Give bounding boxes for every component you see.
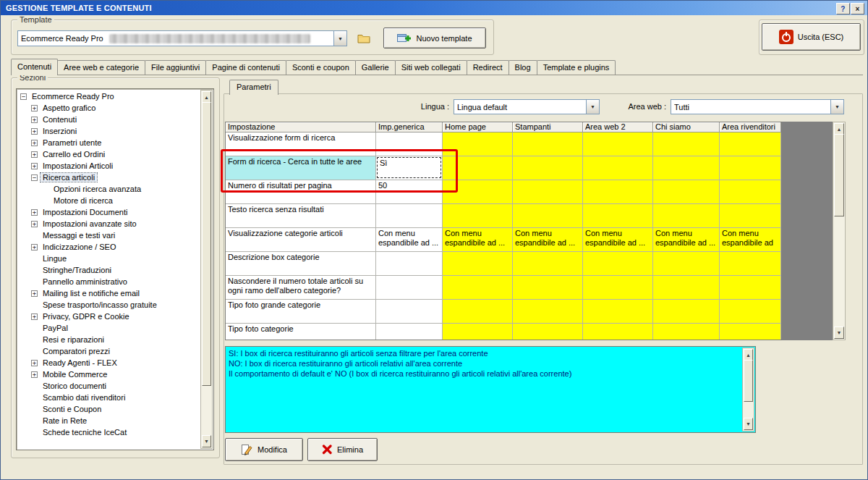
help-icon[interactable]: ? <box>836 3 850 14</box>
generic-value-cell[interactable]: 50 <box>376 180 443 204</box>
area-value-cell[interactable] <box>513 300 583 324</box>
value-edit-field[interactable]: Sì <box>377 157 441 178</box>
area-value-cell[interactable] <box>443 300 513 324</box>
area-value-cell[interactable] <box>720 204 781 228</box>
area-value-cell[interactable]: Con menu espandibile ad ... <box>653 228 720 252</box>
tree-item-carrello-ed-ordini[interactable]: +Carrello ed Ordini <box>18 148 200 160</box>
help-scroll-thumb[interactable] <box>744 360 753 402</box>
area-value-cell[interactable] <box>513 324 583 340</box>
new-template-button[interactable]: Nuovo template <box>383 28 486 49</box>
generic-value-cell[interactable] <box>376 300 443 324</box>
tree-item-aspetto-grafico[interactable]: +Aspetto grafico <box>18 102 200 114</box>
area-value-cell[interactable] <box>513 204 583 228</box>
tree-item-schede-tecniche-icecat[interactable]: Schede tecniche IceCat <box>18 426 200 438</box>
generic-value-cell[interactable] <box>376 324 443 340</box>
area-value-cell[interactable] <box>443 180 513 204</box>
tree-item-sconti-e-coupon[interactable]: Sconti e Coupon <box>18 403 200 415</box>
setting-name-cell[interactable]: Numero di risultati per pagina <box>226 180 376 204</box>
expand-icon[interactable]: + <box>31 221 38 227</box>
tab-file-aggiuntivi[interactable]: File aggiuntivi <box>145 60 206 75</box>
tree-item-resi-e-riparazioni[interactable]: Resi e riparazioni <box>18 334 200 345</box>
tree-item-ricerca-articoli[interactable]: −Ricerca articoli <box>18 172 200 183</box>
area-value-cell[interactable] <box>583 300 653 324</box>
expand-icon[interactable]: + <box>31 128 38 135</box>
collapse-icon[interactable]: − <box>20 93 27 100</box>
area-value-cell[interactable]: Con menu espandibile ad ... <box>720 228 781 252</box>
setting-name-cell[interactable]: Form di ricerca - Cerca in tutte le aree <box>226 156 376 180</box>
area-value-cell[interactable] <box>653 132 720 156</box>
tree-item-impostazioni-avanzate-sito[interactable]: +Impostazioni avanzate sito <box>18 218 200 230</box>
setting-name-cell[interactable]: Visualizzazione form di ricerca <box>226 132 376 156</box>
expand-icon[interactable]: + <box>31 290 38 297</box>
area-value-cell[interactable] <box>720 156 781 180</box>
browse-templates-button[interactable] <box>354 30 373 46</box>
area-value-cell[interactable] <box>443 204 513 228</box>
generic-value-cell[interactable]: Con menu espandibile ad ... <box>376 228 443 252</box>
area-value-cell[interactable] <box>443 276 513 300</box>
area-value-cell[interactable] <box>513 276 583 300</box>
tree-scrollbar[interactable]: ▲ ▼ <box>200 90 213 449</box>
tree-item-comparatori-prezzi[interactable]: Comparatori prezzi <box>18 345 200 357</box>
tree-item-motore-di-ricerca[interactable]: Motore di ricerca <box>18 195 200 206</box>
tab-contenuti[interactable]: Contenuti <box>11 59 58 75</box>
tree-item-spese-trasporto-incasso-gratuite[interactable]: Spese trasporto/incasso gratuite <box>18 299 200 311</box>
area-value-cell[interactable] <box>583 324 653 340</box>
area-value-cell[interactable] <box>443 156 513 180</box>
tree-item-lingue[interactable]: Lingue <box>18 253 200 264</box>
setting-name-cell[interactable]: Tipo foto categorie <box>226 324 376 340</box>
chevron-down-icon[interactable]: ▼ <box>830 100 843 114</box>
tree-scroll-thumb[interactable] <box>202 102 211 386</box>
area-value-cell[interactable] <box>653 324 720 340</box>
setting-name-cell[interactable]: Testo ricerca senza risultati <box>226 204 376 228</box>
tree-item-opzioni-ricerca-avanzata[interactable]: Opzioni ricerca avanzata <box>18 183 200 195</box>
area-value-cell[interactable] <box>653 300 720 324</box>
expand-icon[interactable]: + <box>31 140 38 146</box>
expand-icon[interactable]: + <box>31 163 38 169</box>
expand-icon[interactable]: + <box>31 151 38 158</box>
area-value-cell[interactable] <box>653 156 720 180</box>
area-value-cell[interactable] <box>583 252 653 276</box>
expand-icon[interactable]: + <box>31 371 38 378</box>
area-value-cell[interactable]: Con menu espandibile ad ... <box>443 228 513 252</box>
tab-sconti-e-coupon[interactable]: Sconti e coupon <box>286 60 356 75</box>
area-value-cell[interactable] <box>513 156 583 180</box>
setting-name-cell[interactable]: Descrizione box categorie <box>226 252 376 276</box>
area-value-cell[interactable] <box>720 324 781 340</box>
tree-item-privacy-gdpr-e-cookie[interactable]: +Privacy, GDPR e Cookie <box>18 311 200 322</box>
help-scrollbar[interactable]: ▲ ▼ <box>742 348 754 431</box>
generic-value-cell[interactable] <box>376 252 443 276</box>
generic-value-cell[interactable]: Sì <box>376 156 443 180</box>
tree-item-messaggi-e-testi-vari[interactable]: Messaggi e testi vari <box>18 230 200 241</box>
area-value-cell[interactable] <box>583 132 653 156</box>
tree-item-stringhe-traduzioni[interactable]: Stringhe/Traduzioni <box>18 264 200 276</box>
tab-aree-web-e-categorie[interactable]: Aree web e categorie <box>57 60 145 75</box>
chevron-down-icon[interactable]: ▼ <box>586 100 599 114</box>
area-value-cell[interactable] <box>513 252 583 276</box>
generic-value-cell[interactable] <box>376 276 443 300</box>
chevron-down-icon[interactable]: ▼ <box>333 31 346 46</box>
area-value-cell[interactable] <box>720 180 781 204</box>
generic-value-cell[interactable] <box>376 204 443 228</box>
tree-item-paypal[interactable]: PayPal <box>18 322 200 334</box>
tree-item-rate-in-rete[interactable]: Rate in Rete <box>18 415 200 426</box>
exit-button[interactable]: Uscita (ESC) <box>762 23 861 51</box>
tab-redirect[interactable]: Redirect <box>467 60 509 75</box>
area-value-cell[interactable]: Con menu espandibile ad ... <box>583 228 653 252</box>
area-value-cell[interactable] <box>720 300 781 324</box>
setting-name-cell[interactable]: Nascondere il numero totale articoli su … <box>226 276 376 300</box>
area-value-cell[interactable] <box>443 324 513 340</box>
area-value-cell[interactable] <box>583 276 653 300</box>
tree-item-impostazioni-articoli[interactable]: +Impostazioni Articoli <box>18 160 200 172</box>
area-value-cell[interactable] <box>653 204 720 228</box>
tree-item-inserzioni[interactable]: +Inserzioni <box>18 125 200 137</box>
area-value-cell[interactable] <box>653 276 720 300</box>
tree-item-contenuti[interactable]: +Contenuti <box>18 114 200 125</box>
tab-siti-web-collegati[interactable]: Siti web collegati <box>395 60 467 75</box>
setting-name-cell[interactable]: Tipo foto grande categorie <box>226 300 376 324</box>
scroll-down-icon[interactable]: ▼ <box>202 435 211 447</box>
tree-item-storico-documenti[interactable]: Storico documenti <box>18 380 200 392</box>
tab-gallerie[interactable]: Gallerie <box>355 60 396 75</box>
tab-template-e-plugins[interactable]: Template e plugins <box>537 60 616 75</box>
tab-blog[interactable]: Blog <box>509 60 537 75</box>
tree-item-ready-agenti-flex[interactable]: +Ready Agenti - FLEX <box>18 357 200 369</box>
